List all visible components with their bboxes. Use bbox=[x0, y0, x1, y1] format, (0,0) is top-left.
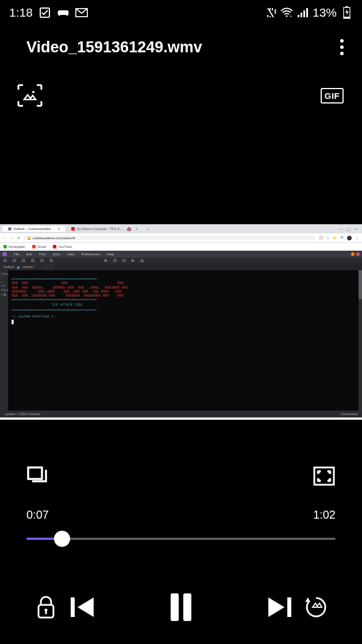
browser-bookmarks: Honeygain Gmail YouTube bbox=[0, 243, 362, 251]
gif-button[interactable]: GIF bbox=[319, 84, 345, 107]
battery-icon bbox=[340, 6, 353, 19]
svg-rect-5 bbox=[301, 13, 302, 17]
editor-sidebar: Open f ▸ sys Conne ▾ ▣ bbox=[0, 270, 8, 411]
playlist-button[interactable] bbox=[26, 466, 49, 486]
svg-text:+: + bbox=[290, 14, 292, 18]
video-title: Video_1591361249.wmv bbox=[26, 39, 202, 56]
previous-button[interactable] bbox=[68, 593, 96, 621]
svg-rect-6 bbox=[303, 10, 305, 17]
status-clock: 1:18 bbox=[9, 6, 33, 20]
time-current: 0:07 bbox=[26, 508, 49, 522]
battery-pct: 13% bbox=[313, 6, 337, 20]
svg-point-11 bbox=[32, 91, 34, 93]
controller-icon bbox=[57, 6, 70, 19]
editor-toolbar: ▶ ▶✿ bbox=[0, 258, 362, 263]
next-button[interactable] bbox=[266, 593, 294, 621]
capture-button[interactable] bbox=[17, 84, 43, 107]
svg-point-2 bbox=[286, 16, 287, 17]
editor-tabs: Default▣system× bbox=[0, 263, 362, 270]
svg-rect-20 bbox=[287, 597, 291, 617]
mail-icon bbox=[75, 6, 88, 19]
svg-rect-17 bbox=[71, 597, 75, 617]
lock-button[interactable] bbox=[32, 593, 60, 621]
svg-rect-16 bbox=[45, 611, 47, 614]
svg-rect-18 bbox=[171, 593, 179, 621]
rotate-button[interactable] bbox=[302, 593, 330, 621]
browser-tab-strip: Default - Codeanywhere× Dj Ghetto Freest… bbox=[0, 224, 362, 233]
editor-status-bar: system > SSH Console Connected bbox=[0, 411, 362, 417]
terminal-scrollbar[interactable] bbox=[359, 270, 362, 411]
fullscreen-button[interactable] bbox=[313, 466, 336, 486]
gif-label: GIF bbox=[321, 88, 344, 103]
seek-bar[interactable] bbox=[26, 538, 336, 540]
checkbox-icon bbox=[38, 6, 51, 19]
pause-button[interactable] bbox=[167, 593, 195, 621]
terminal: +===+===+===+===+===+===+===+===+===+===… bbox=[8, 270, 362, 411]
browser-address-bar: ←→⟳ 🔒codeanywhere.com/editor/# 📋☆📁Ⓝ⋮ bbox=[0, 233, 362, 243]
vibrate-icon bbox=[264, 6, 277, 19]
title-bar: Video_1591361249.wmv bbox=[0, 22, 362, 67]
seek-thumb[interactable] bbox=[54, 531, 70, 547]
svg-rect-19 bbox=[183, 593, 191, 621]
wifi-icon: + bbox=[280, 6, 293, 19]
svg-rect-10 bbox=[344, 17, 350, 18]
more-button[interactable] bbox=[333, 34, 351, 60]
svg-rect-12 bbox=[28, 467, 42, 479]
signal-icon bbox=[296, 6, 309, 19]
status-bar: 1:18 + 13% bbox=[0, 0, 362, 22]
playback-controls bbox=[0, 593, 362, 621]
time-duration: 1:02 bbox=[313, 508, 336, 522]
video-frame[interactable]: Default - Codeanywhere× Dj Ghetto Freest… bbox=[0, 224, 362, 420]
seek-area: 0:07 1:02 bbox=[0, 508, 362, 540]
editor-menu-bar: File Edit Find Goto View Preferences Hel… bbox=[0, 251, 362, 258]
svg-rect-7 bbox=[306, 8, 308, 17]
svg-rect-4 bbox=[298, 15, 299, 17]
svg-rect-13 bbox=[314, 467, 334, 485]
